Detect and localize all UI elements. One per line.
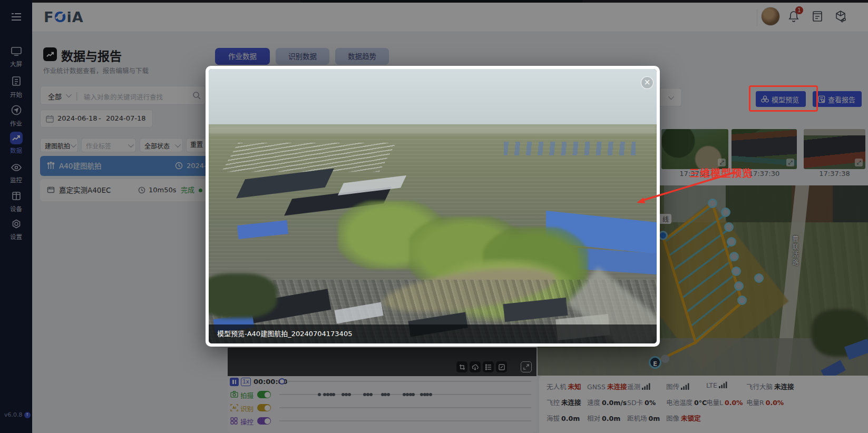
model-preview-modal: 模型预览-A40建图航拍_20240704173405 × xyxy=(206,66,660,347)
annotation-arrow xyxy=(627,161,748,211)
scene-sky xyxy=(209,69,657,127)
modal-caption: 模型预览-A40建图航拍_20240704173405 xyxy=(209,324,657,343)
model-3d-view[interactable]: 模型预览-A40建图航拍_20240704173405 × xyxy=(209,69,657,343)
app-root: 大屏 开始 作业 数据 监控 xyxy=(0,0,868,433)
close-icon[interactable]: × xyxy=(641,76,654,89)
annotation-highlight-box xyxy=(749,85,818,112)
